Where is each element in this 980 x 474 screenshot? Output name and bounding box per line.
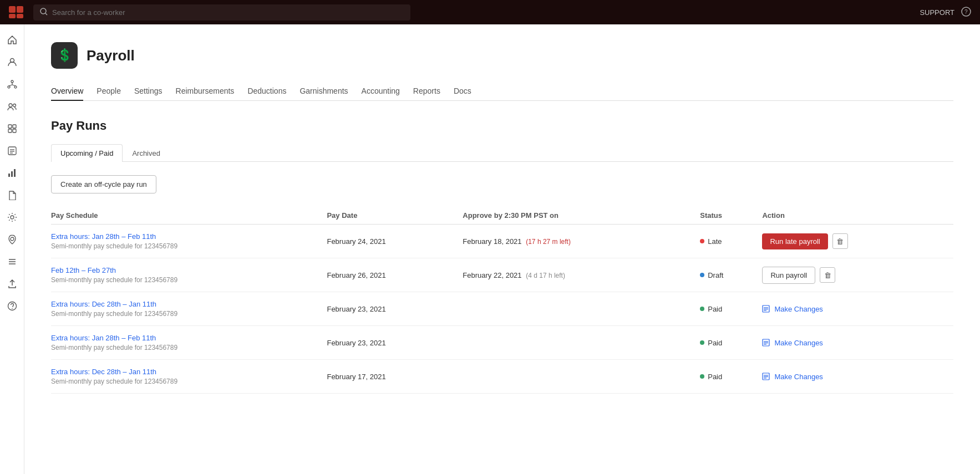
pay-schedule-sub: Semi-monthly pay schedule for 123456789: [51, 378, 177, 385]
svg-point-29: [11, 237, 14, 241]
svg-line-14: [12, 85, 16, 86]
pay-date-cell: February 26, 2021: [327, 258, 463, 292]
action-cell: Make Changes: [762, 360, 953, 394]
sidebar-location-icon[interactable]: [3, 231, 21, 248]
top-nav-right: SUPPORT ?: [920, 7, 971, 18]
pay-schedule-cell: Feb 12th – Feb 27th Semi-monthly pay sch…: [51, 258, 327, 292]
run-payroll-button[interactable]: Run payroll: [762, 267, 815, 284]
status-dot: [700, 340, 704, 345]
table-row: Feb 12th – Feb 27th Semi-monthly pay sch…: [51, 258, 953, 292]
sidebar-list-icon[interactable]: [3, 253, 21, 271]
create-off-cycle-button[interactable]: Create an off-cycle pay run: [51, 175, 156, 193]
tab-overview[interactable]: Overview: [51, 82, 83, 101]
search-bar[interactable]: [33, 4, 410, 21]
status-cell: Late: [700, 225, 762, 258]
action-cell: Run payroll🗑: [762, 258, 953, 292]
svg-rect-1: [17, 6, 23, 13]
svg-rect-26: [11, 171, 13, 177]
pay-date-cell: February 23, 2021: [327, 326, 463, 360]
status-badge: Paid: [700, 339, 755, 347]
status-cell: Paid: [700, 292, 762, 326]
svg-rect-3: [17, 14, 23, 18]
tab-reimbursements[interactable]: Reimbursements: [176, 82, 235, 101]
pay-schedule-link[interactable]: Extra hours: Dec 28th – Jan 11th: [51, 300, 320, 308]
svg-rect-17: [8, 125, 12, 128]
subtab-upcoming[interactable]: Upcoming / Paid: [51, 144, 123, 162]
pay-schedule-link[interactable]: Extra hours: Jan 28th – Feb 11th: [51, 334, 320, 342]
pay-date-cell: February 17, 2021: [327, 360, 463, 394]
sidebar-person-icon[interactable]: [3, 53, 21, 71]
tab-docs[interactable]: Docs: [454, 82, 471, 101]
pay-schedule-link[interactable]: Extra hours: Jan 28th – Feb 11th: [51, 232, 320, 241]
col-status: Status: [700, 207, 762, 225]
tab-settings[interactable]: Settings: [134, 82, 163, 101]
svg-point-4: [40, 8, 46, 14]
approve-time: (17 h 27 m left): [526, 238, 571, 246]
action-cell: Make Changes: [762, 292, 953, 326]
top-nav: SUPPORT ?: [0, 0, 980, 24]
page-title: Payroll: [87, 47, 135, 64]
pay-schedule-link[interactable]: Feb 12th – Feb 27th: [51, 266, 320, 274]
status-badge: Paid: [700, 305, 755, 313]
app-logo[interactable]: [9, 6, 24, 18]
sidebar-export-icon[interactable]: [3, 275, 21, 293]
svg-rect-21: [8, 147, 16, 155]
svg-rect-20: [13, 129, 16, 132]
tab-accounting[interactable]: Accounting: [362, 82, 400, 101]
approve-time: (4 d 17 h left): [526, 272, 565, 279]
help-icon[interactable]: ?: [961, 7, 971, 18]
sidebar-help-icon[interactable]: [3, 297, 21, 315]
pay-date-cell: February 24, 2021: [327, 225, 463, 258]
sidebar-gear-icon[interactable]: [3, 208, 21, 226]
make-changes-link[interactable]: Make Changes: [762, 373, 822, 381]
svg-rect-27: [14, 169, 16, 177]
make-changes-link[interactable]: Make Changes: [762, 305, 822, 313]
tab-garnishments[interactable]: Garnishments: [299, 82, 348, 101]
status-label: Paid: [708, 373, 722, 381]
action-cell: Make Changes: [762, 326, 953, 360]
status-badge: Paid: [700, 373, 755, 381]
approve-by-cell: [463, 360, 700, 394]
svg-line-13: [9, 85, 12, 86]
table-row: Extra hours: Dec 28th – Jan 11th Semi-mo…: [51, 360, 953, 394]
table-row: Extra hours: Jan 28th – Feb 11th Semi-mo…: [51, 225, 953, 258]
delete-button[interactable]: 🗑: [832, 233, 848, 249]
status-label: Paid: [708, 339, 722, 347]
tab-deductions[interactable]: Deductions: [247, 82, 286, 101]
status-badge: Late: [700, 237, 755, 246]
col-approve: Approve by 2:30 PM PST on: [463, 207, 700, 225]
svg-text:?: ?: [964, 9, 968, 15]
sidebar-apps-icon[interactable]: [3, 120, 21, 137]
sidebar-chart-icon[interactable]: [3, 164, 21, 182]
delete-button[interactable]: 🗑: [820, 267, 835, 283]
search-input[interactable]: [52, 8, 404, 17]
search-icon: [40, 8, 48, 17]
pay-schedule-link[interactable]: Extra hours: Dec 28th – Jan 11th: [51, 368, 320, 376]
sidebar-org-icon[interactable]: [3, 75, 21, 93]
action-cell: Run late payroll🗑: [762, 225, 953, 258]
sidebar-doc-icon[interactable]: [3, 186, 21, 204]
table-row: Extra hours: Jan 28th – Feb 11th Semi-mo…: [51, 326, 953, 360]
sidebar-team-icon[interactable]: [3, 98, 21, 115]
svg-line-5: [45, 13, 47, 15]
pay-schedule-cell: Extra hours: Jan 28th – Feb 11th Semi-mo…: [51, 225, 327, 258]
sidebar-home-icon[interactable]: [3, 31, 21, 49]
make-changes-link[interactable]: Make Changes: [762, 339, 822, 347]
support-label[interactable]: SUPPORT: [920, 8, 954, 17]
subtab-archived[interactable]: Archived: [123, 144, 170, 162]
tab-people[interactable]: People: [97, 82, 121, 101]
run-late-payroll-button[interactable]: Run late payroll: [762, 233, 827, 249]
col-pay-schedule: Pay Schedule: [51, 207, 327, 225]
status-dot: [700, 307, 704, 311]
pay-runs-title: Pay Runs: [51, 119, 953, 133]
tab-nav: Overview People Settings Reimbursements …: [51, 82, 953, 101]
status-cell: Draft: [700, 258, 762, 292]
svg-point-28: [11, 216, 14, 219]
tab-reports[interactable]: Reports: [413, 82, 440, 101]
pay-runs-table: Pay Schedule Pay Date Approve by 2:30 PM…: [51, 207, 953, 394]
svg-rect-25: [8, 174, 10, 177]
payroll-app-icon: 💲: [51, 42, 78, 69]
sidebar-reports-icon[interactable]: [3, 142, 21, 160]
main-content: 💲 Payroll Overview People Settings Reimb…: [24, 24, 980, 474]
status-dot: [700, 374, 704, 379]
